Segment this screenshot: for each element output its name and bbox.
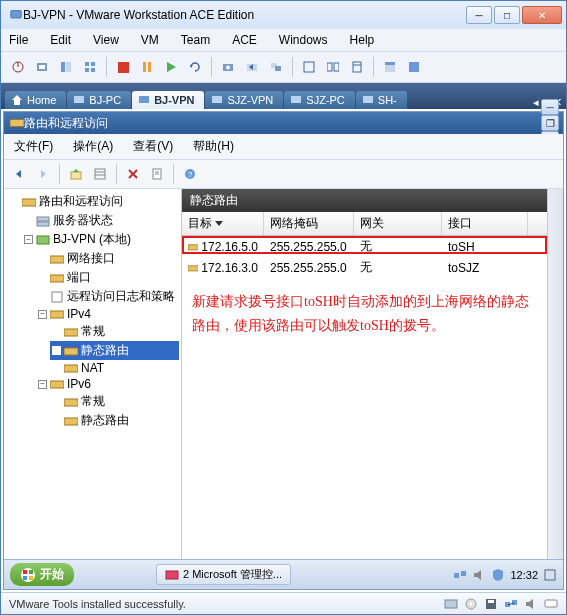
close-button[interactable]: ✕	[522, 6, 562, 24]
menu-edit[interactable]: Edit	[46, 31, 75, 49]
svg-rect-76	[445, 600, 457, 608]
tab-home[interactable]: Home	[5, 91, 66, 109]
tab-bj-pc[interactable]: BJ-PC	[67, 91, 131, 109]
delete-icon[interactable]	[122, 163, 144, 185]
mmc-restore-button[interactable]: ❐	[541, 115, 559, 131]
tree-ipv6[interactable]: −IPv6	[36, 376, 179, 392]
svg-point-78	[470, 602, 473, 605]
tree-remote-log[interactable]: 远程访问日志和策略	[36, 287, 179, 306]
show-desktop-icon[interactable]	[543, 568, 557, 582]
tree-pane[interactable]: 路由和远程访问 服务器状态 −BJ-VPN (本地) 网络接口 端口 远程访问日…	[4, 189, 182, 559]
vertical-scrollbar[interactable]	[547, 189, 563, 559]
summary-icon[interactable]	[379, 56, 401, 78]
tree-ipv6-static[interactable]: 静态路由	[50, 411, 179, 430]
menu-team[interactable]: Team	[177, 31, 214, 49]
tray-network-icon[interactable]	[453, 568, 467, 582]
tray-shield-icon[interactable]	[491, 568, 505, 582]
mmc-menu-file[interactable]: 文件(F)	[10, 136, 57, 157]
tab-sjz-vpn[interactable]: SJZ-VPN	[205, 91, 283, 109]
taskbar-item[interactable]: 2 Microsoft 管理控...	[156, 564, 291, 585]
power-off-icon[interactable]	[7, 56, 29, 78]
tab-sjz-pc[interactable]: SJZ-PC	[284, 91, 355, 109]
help-icon[interactable]: ?	[179, 163, 201, 185]
menu-help[interactable]: Help	[346, 31, 379, 49]
svg-rect-60	[64, 365, 78, 372]
svg-point-16	[226, 66, 230, 70]
route-row[interactable]: 172.16.5.0 255.255.255.0 无 toSH	[182, 236, 547, 257]
tree-ports[interactable]: 端口	[36, 268, 179, 287]
svg-rect-30	[74, 96, 84, 103]
mmc-app-icon	[10, 117, 24, 129]
device-disk-icon[interactable]	[444, 597, 458, 611]
menu-file[interactable]: File	[5, 31, 32, 49]
tree-ipv6-general[interactable]: 常规	[50, 392, 179, 411]
fullscreen-icon[interactable]	[298, 56, 320, 78]
device-net-icon[interactable]	[504, 597, 518, 611]
col-mask[interactable]: 网络掩码	[264, 212, 354, 235]
pause-icon[interactable]	[136, 56, 158, 78]
menu-ace[interactable]: ACE	[228, 31, 261, 49]
minimize-button[interactable]: ─	[466, 6, 492, 24]
device-sound-icon[interactable]	[524, 597, 538, 611]
play-icon[interactable]	[160, 56, 182, 78]
tab-bj-vpn[interactable]: BJ-VPN	[132, 91, 204, 109]
svg-rect-0	[11, 11, 22, 19]
menu-vm[interactable]: VM	[137, 31, 163, 49]
tab-prev-icon[interactable]: ◂	[533, 96, 539, 109]
rows-area[interactable]: 172.16.5.0 255.255.255.0 无 toSH 172.16.3…	[182, 236, 547, 559]
svg-marker-39	[73, 169, 79, 172]
svg-rect-57	[50, 311, 64, 318]
mmc-menu-help[interactable]: 帮助(H)	[189, 136, 238, 157]
svg-rect-70	[29, 576, 33, 580]
tree-server-status[interactable]: 服务器状态	[22, 211, 179, 230]
reset-icon[interactable]	[184, 56, 206, 78]
col-gateway[interactable]: 网关	[354, 212, 442, 235]
device-message-icon[interactable]	[544, 597, 558, 611]
unity-icon[interactable]	[346, 56, 368, 78]
col-iface[interactable]: 接口	[442, 212, 528, 235]
mmc-menu-action[interactable]: 操作(A)	[69, 136, 117, 157]
settings-icon[interactable]	[31, 56, 53, 78]
snapshot-icon[interactable]	[217, 56, 239, 78]
maximize-button[interactable]: □	[494, 6, 520, 24]
menu-view[interactable]: View	[89, 31, 123, 49]
tree-root[interactable]: 路由和远程访问	[8, 192, 179, 211]
device-cd-icon[interactable]	[464, 597, 478, 611]
tree-ipv4[interactable]: −IPv4	[36, 306, 179, 322]
tree-ipv4-general[interactable]: 常规	[50, 322, 179, 341]
back-icon[interactable]	[8, 163, 30, 185]
console-icon[interactable]	[403, 56, 425, 78]
menu-windows[interactable]: Windows	[275, 31, 332, 49]
col-dest[interactable]: 目标	[182, 212, 264, 235]
tray-volume-icon[interactable]	[472, 568, 486, 582]
tree-ipv4-static[interactable]: 静态路由	[50, 341, 179, 360]
clock[interactable]: 12:32	[510, 569, 538, 581]
menubar: File Edit View VM Team ACE Windows Help	[1, 29, 566, 52]
tab-sh[interactable]: SH-	[356, 91, 407, 109]
up-icon[interactable]	[65, 163, 87, 185]
mmc-titlebar[interactable]: 路由和远程访问 ─ ❐ ✕	[4, 112, 563, 134]
forward-icon[interactable]	[32, 163, 54, 185]
properties-icon[interactable]	[146, 163, 168, 185]
manage-icon[interactable]	[265, 56, 287, 78]
sidebar-icon[interactable]	[55, 56, 77, 78]
views-toggle-icon[interactable]	[89, 163, 111, 185]
stop-icon[interactable]	[112, 56, 134, 78]
tree-net-if[interactable]: 网络接口	[36, 249, 179, 268]
svg-rect-61	[50, 381, 64, 388]
svg-rect-62	[64, 399, 78, 406]
mmc-minimize-button[interactable]: ─	[541, 99, 559, 115]
device-floppy-icon[interactable]	[484, 597, 498, 611]
svg-rect-64	[188, 244, 198, 249]
revert-icon[interactable]	[241, 56, 263, 78]
route-row[interactable]: 172.16.3.0 255.255.255.0 无 toSJZ	[182, 257, 547, 278]
titlebar[interactable]: BJ-VPN - VMware Workstation ACE Edition …	[1, 1, 566, 29]
mmc-menu-view[interactable]: 查看(V)	[129, 136, 177, 157]
quickswitch-icon[interactable]	[322, 56, 344, 78]
tree-ipv4-nat[interactable]: NAT	[50, 360, 179, 376]
tree-bj-vpn[interactable]: −BJ-VPN (本地)	[22, 230, 179, 249]
svg-rect-5	[61, 62, 65, 72]
start-button[interactable]: 开始	[10, 563, 74, 586]
views-icon[interactable]	[79, 56, 101, 78]
svg-rect-40	[95, 169, 105, 179]
